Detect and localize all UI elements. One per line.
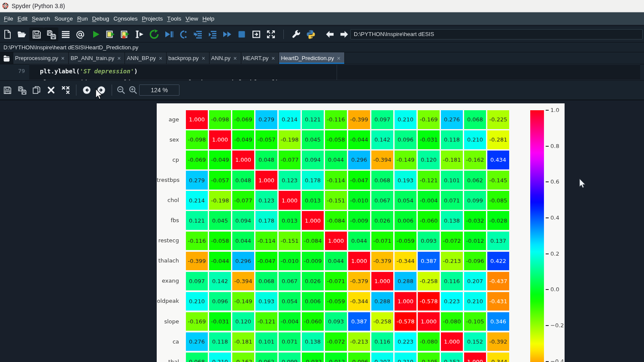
code-editor[interactable]: 79 plt.ylabel('ST depression') plt.scatt…: [0, 64, 644, 80]
file-switcher-button[interactable]: [58, 27, 73, 41]
tab-heartd_prediction-py[interactable]: HeartD_Prediction.py×: [279, 52, 345, 64]
editor-scrollbar[interactable]: [640, 64, 644, 80]
heatmap-cell: -0.058: [325, 130, 346, 149]
previous-plot-button[interactable]: [79, 82, 94, 98]
heatmap-cell: -0.225: [487, 110, 509, 129]
heatmap-cell: 0.210: [464, 130, 486, 149]
menu-item-file[interactable]: File: [2, 12, 15, 25]
debug-stop-icon: [237, 29, 247, 39]
tab-backprop-py[interactable]: backprop.py×: [167, 52, 210, 64]
tab-heart-py[interactable]: HEART.py×: [241, 52, 279, 64]
save-all-plots-icon: [17, 85, 27, 95]
heatmap-cell: -0.047: [255, 252, 277, 271]
run-button[interactable]: [88, 27, 103, 41]
maximize-pane-button[interactable]: [249, 27, 264, 41]
menu-item-source[interactable]: Source: [52, 12, 75, 25]
heatmap-cell: -0.059: [395, 232, 416, 250]
save-plot-button[interactable]: [0, 82, 15, 98]
colorbar-tick-label: 0.4: [550, 214, 559, 221]
heatmap-cell: 1.000: [209, 130, 231, 149]
heatmap-cell: 0.071: [441, 191, 462, 210]
heatmap-cell: -0.379: [371, 252, 393, 271]
toolbar-separator: [112, 84, 112, 96]
tab-close-icon[interactable]: ×: [270, 55, 276, 62]
preferences-button[interactable]: [289, 27, 304, 41]
rerun-cell-button[interactable]: [147, 27, 161, 41]
find-symbols-button[interactable]: [73, 27, 88, 41]
tab-close-icon[interactable]: ×: [336, 55, 341, 62]
run-cell-advance-button[interactable]: [118, 27, 132, 41]
tab-close-icon[interactable]: ×: [201, 55, 206, 62]
tab-bp_ann_train-py[interactable]: BP_ANN_train.py×: [69, 52, 125, 64]
open-file-button[interactable]: [15, 27, 29, 41]
heatmap-cell: -0.057: [255, 130, 277, 149]
close-plot-button[interactable]: [44, 82, 58, 98]
tab-close-icon[interactable]: ×: [60, 55, 65, 62]
working-directory-input[interactable]: D:\PYTHON\Inspire\heart dESIS: [350, 29, 643, 39]
heatmap-cell: -0.072: [441, 232, 462, 250]
close-all-plots-button[interactable]: [58, 82, 73, 98]
save-button[interactable]: [29, 27, 44, 41]
heatmap-row-label-chol: chol: [157, 197, 179, 203]
menu-item-tools[interactable]: Tools: [165, 12, 183, 25]
colorbar: [530, 110, 544, 362]
menu-item-edit[interactable]: Edit: [15, 12, 30, 25]
heatmap-cell: 0.193: [395, 171, 416, 190]
debug-step-into-button[interactable]: [191, 27, 205, 41]
tab-ann-py[interactable]: ANN.py×: [210, 52, 241, 64]
debug-continue-button[interactable]: [220, 27, 234, 41]
heatmap-cell: -0.009: [302, 252, 323, 271]
heatmap-cell: 0.142: [209, 272, 231, 291]
heatmap-cell: 0.071: [279, 332, 300, 351]
heatmap-cell: -0.114: [325, 171, 346, 190]
heatmap-cell: -0.004: [279, 312, 300, 331]
copy-plot-button[interactable]: [29, 82, 44, 98]
heatmap-cell: -0.151: [325, 191, 346, 210]
heatmap-row-label-sex: sex: [157, 136, 179, 143]
debug-step-button[interactable]: [176, 27, 191, 41]
heatmap-cell: -0.198: [279, 130, 300, 149]
menu-item-run[interactable]: Run: [75, 12, 90, 25]
main-toolbar: D:\PYTHON\Inspire\heart dESIS: [0, 27, 644, 42]
menu-item-consoles[interactable]: Consoles: [111, 12, 140, 25]
save-icon: [31, 29, 42, 39]
save-all-button[interactable]: [44, 27, 58, 41]
python-env-button[interactable]: [304, 27, 318, 41]
tab-close-icon[interactable]: ×: [116, 55, 122, 62]
menu-item-search[interactable]: Search: [30, 12, 52, 25]
tab-close-icon[interactable]: ×: [233, 55, 238, 62]
menu-item-view[interactable]: View: [183, 12, 200, 25]
debug-file-button[interactable]: [161, 27, 176, 41]
heatmap-cell: 0.099: [279, 353, 300, 362]
heatmap-cell: 0.068: [371, 171, 393, 190]
heatmap-cell: -0.084: [325, 211, 346, 230]
heatmap-cell: 0.096: [395, 130, 416, 149]
forward-button[interactable]: [337, 27, 352, 41]
run-selection-button[interactable]: [132, 27, 147, 41]
tab-ann_bp-py[interactable]: ANN_BP.py×: [125, 52, 167, 64]
fullscreen-button[interactable]: [264, 27, 278, 41]
menu-item-debug[interactable]: Debug: [90, 12, 111, 25]
debug-step-return-button[interactable]: [205, 27, 220, 41]
back-button[interactable]: [322, 27, 337, 41]
heatmap-cell: -0.149: [232, 292, 254, 311]
heatmap-cell: -0.069: [232, 110, 254, 129]
run-cell-button[interactable]: [103, 27, 118, 41]
colorbar-tick-mark: [546, 325, 549, 326]
heatmap-cell: 0.138: [441, 211, 462, 230]
new-file-button[interactable]: [0, 27, 15, 41]
tab-close-icon[interactable]: ×: [158, 55, 163, 62]
heatmap-cell: 0.013: [279, 211, 300, 230]
menu-item-help[interactable]: Help: [200, 12, 217, 25]
heatmap-cell: -0.162: [232, 353, 254, 362]
zoom-out-button[interactable]: [115, 82, 127, 98]
save-all-plots-button[interactable]: [15, 82, 29, 98]
zoom-in-button[interactable]: [127, 82, 139, 98]
browse-tabs-button[interactable]: [0, 52, 13, 64]
heatmap-cell: 1.000: [325, 232, 346, 250]
debug-stop-button[interactable]: [234, 27, 249, 41]
heatmap-cell: 0.067: [371, 191, 393, 210]
tab-preprocessing-py[interactable]: Preprocessing.py×: [13, 52, 69, 64]
menu-item-projects[interactable]: Projects: [140, 12, 165, 25]
close-all-plots-icon: [61, 85, 70, 95]
